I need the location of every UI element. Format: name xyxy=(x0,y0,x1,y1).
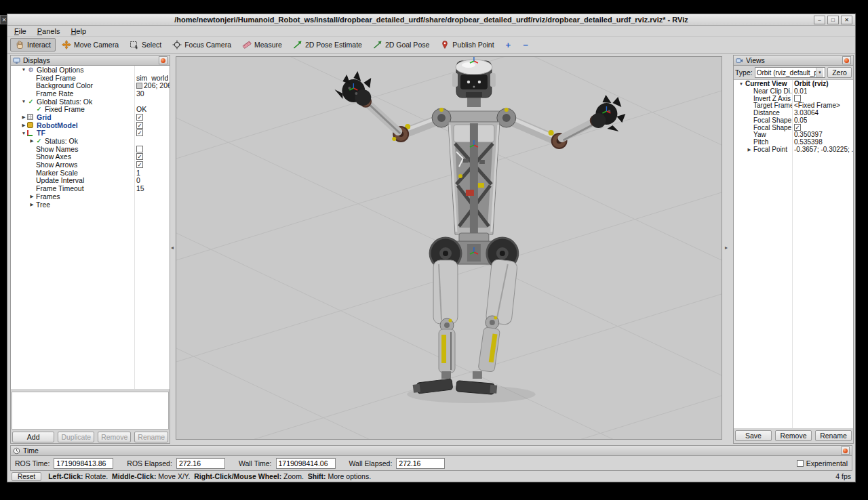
tree-row[interactable]: ▶Grid✓ xyxy=(11,113,170,121)
tree-row[interactable]: ▼Current ViewOrbit (rviz) xyxy=(734,80,853,87)
minimize-button[interactable]: – xyxy=(814,16,825,24)
tree-row[interactable]: Focal Shape...✓ xyxy=(734,124,853,131)
property-value[interactable]: sim_world xyxy=(136,74,168,82)
add-display-button[interactable]: Add xyxy=(12,432,54,442)
tree-row[interactable]: Near Clip Di...0.01 xyxy=(734,87,853,95)
displays-panel-close-button[interactable] xyxy=(159,56,167,64)
property-value[interactable]: 15 xyxy=(136,184,144,192)
expander-open-icon[interactable]: ▼ xyxy=(20,131,27,136)
ros-elapsed-field[interactable] xyxy=(176,458,225,469)
tree-row[interactable]: ▶Focal Point-0.3657; -0.30225; ... xyxy=(734,146,853,153)
save-view-button[interactable]: Save xyxy=(735,430,772,441)
ros-time-field[interactable] xyxy=(54,458,113,469)
collapse-displays-panel-arrow[interactable]: ◂ xyxy=(170,242,175,253)
remove-display-button[interactable]: Remove xyxy=(98,432,131,442)
collapse-views-panel-arrow[interactable]: ▸ xyxy=(724,242,729,253)
maximize-button[interactable]: □ xyxy=(827,16,839,24)
expander-open-icon[interactable]: ▼ xyxy=(20,99,27,104)
menu-help[interactable]: Help xyxy=(65,26,92,36)
expander-open-icon[interactable]: ▼ xyxy=(738,81,745,86)
views-panel-close-button[interactable] xyxy=(842,56,851,64)
expander-closed-icon[interactable]: ▶ xyxy=(28,194,35,199)
tool-select[interactable]: Select xyxy=(125,38,166,51)
tree-row[interactable]: ▶✓Status: Ok xyxy=(11,137,170,145)
menu-panels[interactable]: Panels xyxy=(32,26,66,36)
tool-publish-point[interactable]: Publish Point xyxy=(435,38,498,51)
view-type-select[interactable]: Orbit (rviz_default_plugins) ▾ xyxy=(755,67,825,78)
displays-panel-header[interactable]: Displays xyxy=(11,56,170,66)
duplicate-display-button[interactable]: Duplicate xyxy=(58,432,94,442)
tree-row[interactable]: ▶Frames xyxy=(11,192,170,201)
checkbox[interactable]: ✓ xyxy=(136,122,143,129)
tree-row[interactable]: Invert Z Axis xyxy=(734,95,853,102)
tree-row[interactable]: ▼⚙Global Options xyxy=(11,66,170,74)
expander-closed-icon[interactable]: ▶ xyxy=(28,202,35,207)
zero-view-button[interactable]: Zero xyxy=(827,67,852,78)
tree-row[interactable]: ▶RobotModel✓ xyxy=(11,121,170,129)
property-value[interactable]: <Fixed Frame> xyxy=(794,102,840,109)
property-value[interactable]: 3.03064 xyxy=(794,109,818,117)
property-value[interactable]: 1 xyxy=(136,169,140,177)
tool-measure[interactable]: Measure xyxy=(237,38,287,51)
tool-2d-pose-estimate[interactable]: 2D Pose Estimate xyxy=(288,38,367,51)
tree-row[interactable]: Show Arrows✓ xyxy=(11,161,170,169)
property-value[interactable]: 0.535398 xyxy=(794,138,823,146)
wall-time-field[interactable] xyxy=(276,458,336,469)
property-value[interactable]: 0.05 xyxy=(794,117,807,124)
expander-closed-icon[interactable]: ▶ xyxy=(28,138,35,144)
remove-view-button[interactable]: Remove xyxy=(775,430,812,441)
expander-open-icon[interactable]: ▼ xyxy=(20,67,27,72)
tree-row[interactable]: Frame Rate30 xyxy=(11,89,170,98)
checkbox[interactable] xyxy=(136,146,143,152)
checkbox[interactable] xyxy=(794,95,801,102)
property-value[interactable]: OK xyxy=(136,105,146,113)
wall-elapsed-field[interactable] xyxy=(396,458,445,469)
property-value[interactable]: 0.01 xyxy=(794,87,807,95)
tree-row[interactable]: Distance3.03064 xyxy=(734,109,853,117)
tree-row[interactable]: Show Names xyxy=(11,145,170,153)
experimental-checkbox[interactable] xyxy=(797,460,804,467)
checkbox[interactable]: ✓ xyxy=(136,161,143,168)
menu-file[interactable]: File xyxy=(9,26,32,36)
tree-row[interactable]: Show Axes✓ xyxy=(11,153,170,161)
add-tool-button[interactable]: + xyxy=(500,39,517,51)
remove-tool-button[interactable]: − xyxy=(517,39,534,51)
checkbox[interactable]: ✓ xyxy=(136,114,143,121)
tree-row[interactable]: Marker Scale1 xyxy=(11,169,170,177)
property-value[interactable]: 30 xyxy=(136,89,144,98)
views-panel-header[interactable]: Views xyxy=(734,56,853,66)
tree-row[interactable]: Fixed Framesim_world xyxy=(11,74,170,82)
color-swatch[interactable] xyxy=(136,83,142,89)
tree-row[interactable]: ▼TF✓ xyxy=(11,129,170,138)
checkbox[interactable]: ✓ xyxy=(136,153,143,160)
tree-row[interactable]: Update Interval0 xyxy=(11,177,170,185)
property-value[interactable]: 206; 206; 206 xyxy=(144,81,170,89)
tool-2d-goal-pose[interactable]: 2D Goal Pose xyxy=(368,38,434,51)
rename-view-button[interactable]: Rename xyxy=(815,430,852,441)
expander-closed-icon[interactable]: ▶ xyxy=(20,114,27,120)
property-value[interactable]: Orbit (rviz) xyxy=(794,80,829,87)
property-value[interactable]: 0 xyxy=(136,177,140,185)
tree-row[interactable]: ✓Fixed FrameOK xyxy=(11,105,170,113)
rename-display-button[interactable]: Rename xyxy=(134,432,168,442)
render-view[interactable] xyxy=(176,56,722,440)
tree-row[interactable]: Background Color206; 206; 206 xyxy=(11,81,170,89)
tree-row[interactable]: Yaw0.350397 xyxy=(734,131,853,139)
expander-closed-icon[interactable]: ▶ xyxy=(746,147,753,152)
checkbox[interactable]: ✓ xyxy=(136,129,143,136)
reset-button[interactable]: Reset xyxy=(12,472,41,481)
time-panel-header[interactable]: Time xyxy=(11,446,852,456)
tree-row[interactable]: ▼✓Global Status: Ok xyxy=(11,98,170,106)
property-value[interactable]: 0.350397 xyxy=(794,131,823,139)
close-button[interactable]: ✕ xyxy=(841,16,852,24)
tool-focus-camera[interactable]: Focus Camera xyxy=(167,38,236,51)
tree-row[interactable]: Frame Timeout15 xyxy=(11,184,170,192)
tree-row[interactable]: Pitch0.535398 xyxy=(734,138,853,146)
tool-move-camera[interactable]: Move Camera xyxy=(57,38,123,51)
tree-row[interactable]: ▶Tree xyxy=(11,201,170,209)
checkbox[interactable]: ✓ xyxy=(794,124,801,131)
property-value[interactable]: -0.3657; -0.30225; ... xyxy=(794,146,853,153)
expander-closed-icon[interactable]: ▶ xyxy=(20,123,27,128)
tree-row[interactable]: Focal Shape...0.05 xyxy=(734,117,853,124)
time-panel-close-button[interactable] xyxy=(841,446,850,455)
